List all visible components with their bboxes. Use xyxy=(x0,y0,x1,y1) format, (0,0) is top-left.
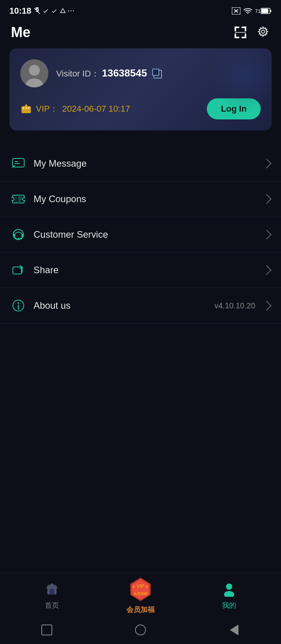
vip-diamond-icon: VIP 会员加福 xyxy=(126,575,155,603)
status-bar: 10:18 ··· xyxy=(0,0,281,20)
coupon-icon xyxy=(11,192,26,206)
menu-list: My Message My Coupons xyxy=(0,146,281,324)
status-left: 10:18 ··· xyxy=(9,6,75,16)
info-icon xyxy=(11,298,26,313)
login-button[interactable]: Log In xyxy=(207,98,261,119)
avatar xyxy=(20,59,48,87)
menu-item-my-message[interactable]: My Message xyxy=(0,146,281,181)
me-icon xyxy=(220,580,238,598)
svg-point-4 xyxy=(247,13,248,14)
check-icon2 xyxy=(51,7,58,14)
menu-item-about-us[interactable]: About us v4.10.10.20 xyxy=(0,288,281,324)
share-label: Share xyxy=(34,265,255,276)
svg-point-20 xyxy=(29,65,40,76)
vip-badge xyxy=(20,103,32,115)
message-icon xyxy=(11,156,26,171)
scan-icon[interactable] xyxy=(233,25,247,39)
svg-rect-22 xyxy=(21,106,31,113)
nav-item-vip[interactable]: VIP 会员加福 会员加福 xyxy=(96,575,185,614)
svg-point-40 xyxy=(18,238,19,239)
wifi-icon xyxy=(244,7,252,14)
svg-point-18 xyxy=(261,30,265,33)
battery-shape xyxy=(261,8,272,14)
menu-item-share[interactable]: Share xyxy=(0,253,281,288)
svg-point-44 xyxy=(18,302,19,304)
my-message-label: My Message xyxy=(34,158,255,169)
sys-home-btn[interactable] xyxy=(133,623,148,637)
time-display: 10:18 xyxy=(9,6,31,16)
svg-rect-24 xyxy=(23,107,24,109)
svg-rect-7 xyxy=(270,10,271,12)
me-nav-label: 我的 xyxy=(222,601,236,610)
mute-icon xyxy=(34,7,41,14)
vip-nav-label: 会员加福 xyxy=(126,605,155,614)
svg-point-31 xyxy=(11,197,14,201)
triangle-icon xyxy=(59,7,66,14)
version-text: v4.10.10.20 xyxy=(214,301,255,310)
chevron-right-icon xyxy=(261,158,271,168)
profile-bottom: VIP： 2024-06-07 10:17 Log In xyxy=(20,98,261,119)
share-icon xyxy=(11,263,26,278)
menu-item-my-coupons[interactable]: My Coupons xyxy=(0,181,281,217)
check-icon1 xyxy=(42,7,49,14)
nav-item-home[interactable]: 首页 xyxy=(8,580,96,610)
svg-rect-38 xyxy=(13,234,15,237)
svg-rect-9 xyxy=(235,27,236,31)
svg-point-32 xyxy=(23,197,25,201)
chevron-right-icon xyxy=(261,194,271,204)
status-right: 71 xyxy=(232,7,272,14)
svg-text:会员加福: 会员加福 xyxy=(133,592,148,596)
svg-rect-15 xyxy=(245,34,246,38)
svg-rect-26 xyxy=(28,107,30,109)
svg-rect-39 xyxy=(21,234,23,237)
vip-date: 2024-06-07 10:17 xyxy=(62,104,130,114)
chevron-right-icon xyxy=(261,229,271,239)
dots-icon: ··· xyxy=(68,8,75,14)
customer-service-label: Customer Service xyxy=(34,229,255,240)
svg-rect-25 xyxy=(25,107,27,109)
svg-text:VIP: VIP xyxy=(137,584,144,589)
visitor-id-label: Visitor ID： xyxy=(56,69,100,78)
menu-item-customer-service[interactable]: Customer Service xyxy=(0,217,281,253)
svg-point-56 xyxy=(224,591,234,597)
home-icon xyxy=(43,580,61,598)
x-icon xyxy=(232,7,240,14)
page-title: Me xyxy=(11,24,30,41)
chevron-right-icon xyxy=(261,301,271,310)
my-coupons-label: My Coupons xyxy=(34,194,255,205)
profile-top: Visitor ID： 13638545 xyxy=(20,59,261,87)
service-icon xyxy=(11,227,26,242)
svg-point-55 xyxy=(226,584,232,590)
header-icons xyxy=(233,25,270,39)
svg-rect-6 xyxy=(261,9,269,13)
chevron-right-icon xyxy=(261,265,271,275)
svg-marker-23 xyxy=(25,104,28,106)
svg-rect-13 xyxy=(235,34,236,38)
nav-item-me[interactable]: 我的 xyxy=(185,580,273,610)
about-us-label: About us xyxy=(34,300,206,311)
home-label: 首页 xyxy=(45,601,59,610)
sys-back-btn[interactable] xyxy=(227,623,241,637)
vip-label: VIP： xyxy=(36,103,58,115)
svg-marker-17 xyxy=(258,27,268,36)
header: Me xyxy=(0,20,281,48)
copy-icon[interactable] xyxy=(153,70,162,78)
visitor-info: Visitor ID： 13638545 xyxy=(56,67,162,80)
profile-card: Visitor ID： 13638545 VIP： 2024-06-07 10:… xyxy=(9,48,272,130)
system-nav xyxy=(0,616,281,644)
vip-info: VIP： 2024-06-07 10:17 xyxy=(20,103,130,115)
svg-rect-48 xyxy=(50,589,54,594)
bottom-nav: 首页 VIP 会员加福 会员加福 我的 xyxy=(0,573,281,616)
status-icons: ··· xyxy=(34,7,75,14)
visitor-id-value: 13638545 xyxy=(102,67,147,79)
svg-rect-11 xyxy=(245,27,246,31)
settings-icon[interactable] xyxy=(256,25,270,39)
battery-icon: 71 xyxy=(255,8,272,14)
sys-square-btn[interactable] xyxy=(40,623,54,637)
